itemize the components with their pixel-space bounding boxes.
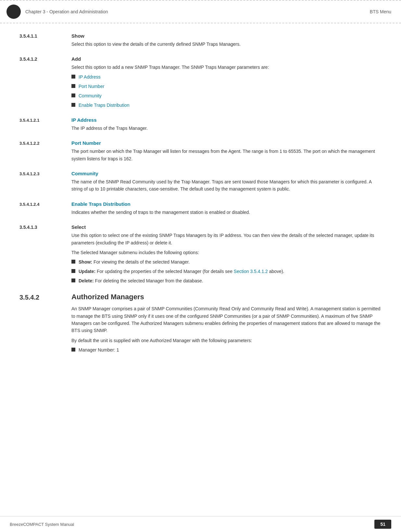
ip-address-link[interactable]: IP Address: [79, 74, 100, 80]
header-right: BTS Menu: [370, 9, 391, 14]
page-header: Chapter 3 - Operation and Administration…: [0, 0, 401, 23]
section-heading-35424: Enable Traps Distribution: [71, 201, 382, 207]
section-body-35421: IP Address The IP address of the Traps M…: [71, 117, 382, 134]
section-number-35424: 3.5.4.1.2.4: [19, 201, 71, 218]
bullet-icon: [71, 269, 75, 273]
bullet-icon: [71, 348, 75, 352]
section-text-3541.1: Select this option to view the details o…: [71, 41, 382, 48]
bullet-icon: [71, 278, 75, 282]
section-35424: 3.5.4.1.2.4 Enable Traps Distribution In…: [19, 201, 382, 218]
list-item-show: Show: For viewing the details of the sel…: [71, 259, 382, 266]
bullet-icon: [71, 75, 75, 79]
section-number-35423: 3.5.4.1.2.3: [19, 171, 71, 195]
section-text-35422: The port number on which the Trap Manage…: [71, 148, 382, 162]
port-number-link[interactable]: Port Number: [79, 83, 104, 90]
section-body-35423: Community The name of the SNMP Read Comm…: [71, 171, 382, 195]
community-link[interactable]: Community: [79, 93, 102, 99]
list-item-update: Update: For updating the properties of t…: [71, 268, 382, 275]
section-text1-3542: An SNMP Manager comprises a pair of SNMP…: [71, 305, 382, 334]
section-35423: 3.5.4.1.2.3 Community The name of the SN…: [19, 171, 382, 195]
show-item-text: Show: For viewing the details of the sel…: [79, 259, 190, 266]
section-body-3541.2: Add Select this option to add a new SNMP…: [71, 56, 382, 111]
section-body-35422: Port Number The port number on which the…: [71, 140, 382, 165]
chapter-icon: [6, 5, 21, 19]
section-body-35424: Enable Traps Distribution Indicates whet…: [71, 201, 382, 218]
bullet-icon: [71, 93, 75, 97]
delete-text: For deleting the selected Manager from t…: [95, 278, 203, 283]
section-number-3541.3: 3.5.4.1.3: [19, 224, 71, 287]
section-text-3541.2: Select this option to add a new SNMP Tra…: [71, 64, 382, 71]
list-item-port: Port Number: [71, 83, 382, 90]
update-text: For updating the properties of the selec…: [97, 269, 234, 274]
page-footer: BreezeCOMPACT System Manual 51: [0, 516, 401, 532]
section-heading-3541.1: Show: [71, 33, 382, 39]
section-heading-35422: Port Number: [71, 140, 382, 146]
list-item-ip: IP Address: [71, 74, 382, 80]
chapter-title: Chapter 3 - Operation and Administration: [25, 9, 108, 14]
list-item-delete: Delete: For deleting the selected Manage…: [71, 278, 382, 284]
bullet-icon: [71, 260, 75, 264]
section-text-35421: The IP address of the Traps Manager.: [71, 125, 382, 132]
section-number-3541.1: 3.5.4.1.1: [19, 33, 71, 50]
show-text: For viewing the details of the selected …: [94, 259, 190, 265]
section-35422: 3.5.4.1.2.2 Port Number The port number …: [19, 140, 382, 165]
section-heading-3541.2: Add: [71, 56, 382, 62]
bullet-icon: [71, 103, 75, 107]
show-bold: Show:: [79, 259, 92, 265]
section-text1-3541.3: Use this option to select one of the exi…: [71, 232, 382, 246]
delete-item-text: Delete: For deleting the selected Manage…: [79, 278, 203, 284]
list-item-community: Community: [71, 93, 382, 99]
section-number-3541.2: 3.5.4.1.2: [19, 56, 71, 111]
footer-title: BreezeCOMPACT System Manual: [10, 522, 74, 527]
section-text-35424: Indicates whether the sending of traps t…: [71, 209, 382, 216]
list-item-manager-number: Manager Number: 1: [71, 347, 382, 353]
add-params-list: IP Address Port Number Community Enable …: [71, 74, 382, 109]
enable-traps-link[interactable]: Enable Traps Distribution: [79, 102, 129, 109]
update-text-after: above).: [269, 269, 284, 274]
section-text2-3541.3: The Selected Manager submenu includes th…: [71, 249, 382, 256]
section-35421: 3.5.4.1.2.1 IP Address The IP address of…: [19, 117, 382, 134]
authorized-managers-list: Manager Number: 1: [71, 347, 382, 353]
section-body-3541.1: Show Select this option to view the deta…: [71, 33, 382, 50]
section-3541.1: 3.5.4.1.1 Show Select this option to vie…: [19, 33, 382, 50]
section-heading-3542: Authorized Managers: [71, 293, 382, 301]
update-link[interactable]: Section 3.5.4.1.2: [234, 269, 268, 274]
main-content: 3.5.4.1.1 Show Select this option to vie…: [0, 27, 401, 381]
section-text2-3542: By default the unit is supplied with one…: [71, 337, 382, 344]
update-item-text: Update: For updating the properties of t…: [79, 268, 284, 275]
select-options-list: Show: For viewing the details of the sel…: [71, 259, 382, 284]
header-left: Chapter 3 - Operation and Administration: [6, 5, 108, 19]
section-3541.3: 3.5.4.1.3 Select Use this option to sele…: [19, 224, 382, 287]
section-text-35423: The name of the SNMP Read Community used…: [71, 178, 382, 193]
bullet-icon: [71, 84, 75, 88]
manager-number-text: Manager Number: 1: [79, 347, 119, 353]
section-heading-3541.3: Select: [71, 224, 382, 230]
section-body-3541.3: Select Use this option to select one of …: [71, 224, 382, 287]
section-heading-35421: IP Address: [71, 117, 382, 123]
update-bold: Update:: [79, 269, 95, 274]
section-number-35421: 3.5.4.1.2.1: [19, 117, 71, 134]
section-body-3542: Authorized Managers An SNMP Manager comp…: [71, 293, 382, 356]
section-3542: 3.5.4.2 Authorized Managers An SNMP Mana…: [19, 293, 382, 356]
section-heading-35423: Community: [71, 171, 382, 176]
list-item-enable-traps: Enable Traps Distribution: [71, 102, 382, 109]
delete-bold: Delete:: [79, 278, 94, 283]
section-3541.2: 3.5.4.1.2 Add Select this option to add …: [19, 56, 382, 111]
page-number: 51: [374, 520, 391, 529]
section-number-3542: 3.5.4.2: [19, 293, 71, 356]
section-number-35422: 3.5.4.1.2.2: [19, 140, 71, 165]
